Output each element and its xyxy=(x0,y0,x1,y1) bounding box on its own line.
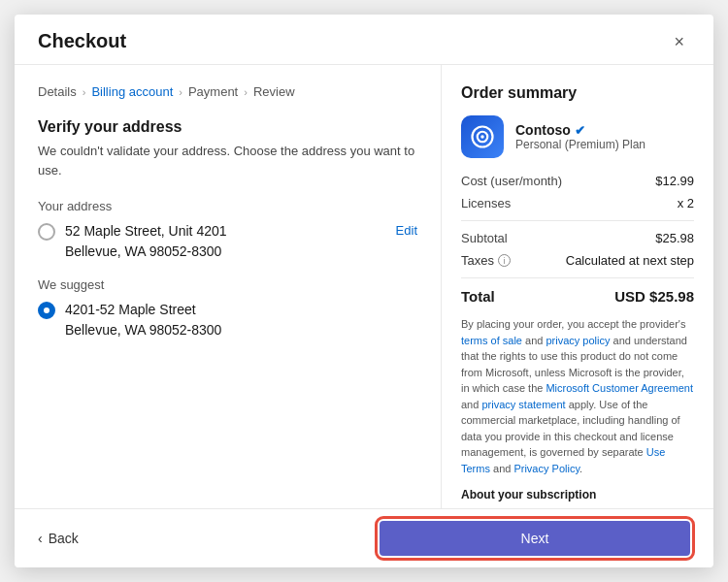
suggest-label: We suggest xyxy=(38,277,417,292)
address-2-line2: Bellevue, WA 98052-8300 xyxy=(65,320,221,340)
right-panel: Order summary Contoso ✔ Personal (Premiu… xyxy=(442,65,713,508)
cost-line: Cost (user/month) $12.99 xyxy=(461,174,694,188)
subtotal-label: Subtotal xyxy=(461,231,508,245)
divider-1 xyxy=(461,220,694,221)
subtotal-line: Subtotal $25.98 xyxy=(461,231,694,245)
radio-address-2[interactable] xyxy=(38,302,55,319)
taxes-line: Taxes i Calculated at next step xyxy=(461,253,694,268)
total-row: Total USD $25.98 xyxy=(461,288,694,305)
breadcrumb-sep-3: › xyxy=(244,86,248,98)
taxes-label-row: Taxes i xyxy=(461,253,511,268)
privacy-statement-link[interactable]: privacy statement xyxy=(481,399,565,410)
licenses-label: Licenses xyxy=(461,196,511,210)
customer-agreement-link[interactable]: Microsoft Customer Agreement xyxy=(546,382,693,394)
breadcrumb-payment: Payment xyxy=(188,84,238,99)
taxes-value: Calculated at next step xyxy=(566,253,694,268)
divider-2 xyxy=(461,277,694,278)
breadcrumb-review: Review xyxy=(253,84,295,99)
cost-value: $12.99 xyxy=(655,174,694,188)
back-button[interactable]: ‹ Back xyxy=(38,531,79,546)
product-info: Contoso ✔ Personal (Premium) Plan xyxy=(515,122,645,151)
terms-of-sale-link[interactable]: terms of sale xyxy=(461,335,522,346)
back-chevron-icon: ‹ xyxy=(38,531,43,546)
your-address-label: Your address xyxy=(38,199,417,213)
subscription-info-title: About your subscription xyxy=(461,488,694,501)
taxes-info-icon[interactable]: i xyxy=(498,254,511,267)
modal-body: Details › Billing account › Payment › Re… xyxy=(15,65,713,508)
breadcrumb-details: Details xyxy=(38,84,77,99)
legal-text: By placing your order, you accept the pr… xyxy=(461,316,694,476)
address-1-line1: 52 Maple Street, Unit 4201 xyxy=(65,221,227,242)
address-2-line1: 4201-52 Maple Street xyxy=(65,300,221,320)
product-plan: Personal (Premium) Plan xyxy=(515,138,645,151)
privacy-policy-link[interactable]: privacy policy xyxy=(546,335,610,346)
total-value: USD $25.98 xyxy=(614,288,694,305)
checkout-modal: Checkout × Details › Billing account › P… xyxy=(15,15,713,567)
licenses-line: Licenses x 2 xyxy=(461,196,694,210)
suggested-address-row: 4201-52 Maple Street Bellevue, WA 98052-… xyxy=(38,300,417,340)
modal-title: Checkout xyxy=(38,30,126,52)
taxes-label: Taxes xyxy=(461,253,494,268)
close-button[interactable]: × xyxy=(668,31,690,52)
radio-address-1[interactable] xyxy=(38,223,55,241)
verified-icon: ✔ xyxy=(575,123,585,138)
subtotal-value: $25.98 xyxy=(655,231,694,245)
back-label: Back xyxy=(49,531,79,546)
edit-link[interactable]: Edit xyxy=(396,223,417,238)
address-1-text: 52 Maple Street, Unit 4201 Bellevue, WA … xyxy=(65,221,227,262)
address-2-text: 4201-52 Maple Street Bellevue, WA 98052-… xyxy=(65,300,221,340)
svg-point-2 xyxy=(480,135,484,139)
product-row: Contoso ✔ Personal (Premium) Plan xyxy=(461,115,694,158)
privacy-policy-link-2[interactable]: Privacy Policy xyxy=(513,463,579,474)
product-name: Contoso ✔ xyxy=(515,122,645,138)
breadcrumb-billing: Billing account xyxy=(91,84,173,99)
your-address-row: 52 Maple Street, Unit 4201 Bellevue, WA … xyxy=(38,221,417,262)
modal-header: Checkout × xyxy=(15,15,713,65)
total-label: Total xyxy=(461,288,495,305)
section-title: Verify your address xyxy=(38,118,417,136)
left-panel: Details › Billing account › Payment › Re… xyxy=(15,65,442,508)
breadcrumb: Details › Billing account › Payment › Re… xyxy=(38,84,417,99)
cost-label: Cost (user/month) xyxy=(461,174,562,188)
address-option-2[interactable]: 4201-52 Maple Street Bellevue, WA 98052-… xyxy=(38,300,221,340)
address-option-1[interactable]: 52 Maple Street, Unit 4201 Bellevue, WA … xyxy=(38,221,227,262)
product-icon xyxy=(461,115,504,158)
licenses-value: x 2 xyxy=(678,196,694,210)
order-summary-title: Order summary xyxy=(461,84,694,102)
breadcrumb-sep-1: › xyxy=(83,86,86,98)
address-1-line2: Bellevue, WA 98052-8300 xyxy=(65,242,227,262)
breadcrumb-sep-2: › xyxy=(179,86,182,98)
section-desc: We couldn't validate your address. Choos… xyxy=(38,142,417,179)
next-button[interactable]: Next xyxy=(380,521,690,556)
modal-footer: ‹ Back Next xyxy=(15,508,713,567)
